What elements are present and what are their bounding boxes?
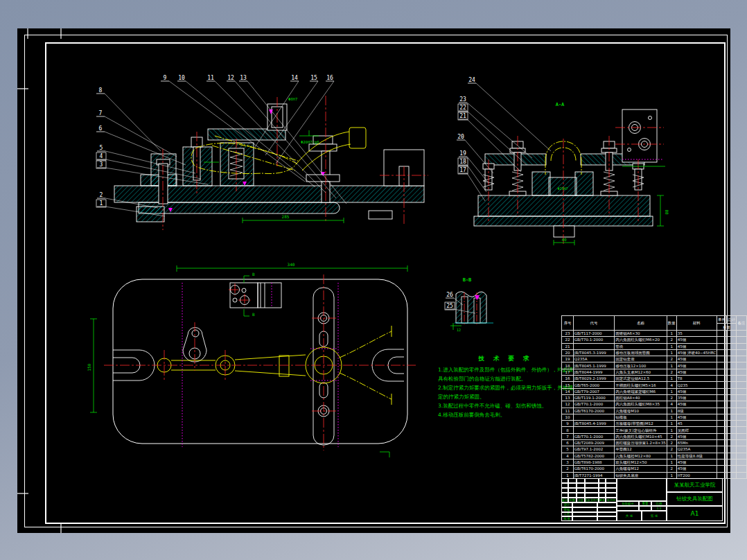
bom-header-qty: 数量 xyxy=(667,316,676,331)
section-label-detail: B-B xyxy=(463,277,472,283)
revision-cell xyxy=(606,478,617,483)
bom-cell xyxy=(727,388,737,394)
role-label: 批准 xyxy=(561,516,572,521)
bom-cell: 1 xyxy=(667,388,676,394)
bom-cell xyxy=(717,362,727,369)
revision-cell xyxy=(599,488,606,493)
bom-cell: 5 xyxy=(562,446,574,453)
bom-cell: 17 xyxy=(562,369,574,375)
sheets-total: 共 张 xyxy=(617,511,642,521)
bom-cell xyxy=(573,427,614,433)
bom-cell: 1 xyxy=(667,408,676,414)
bom-header-weight: 重量 xyxy=(717,324,737,331)
revision-cell xyxy=(585,488,599,493)
bom-cell: 1 xyxy=(667,362,676,369)
bom-cell xyxy=(737,401,747,408)
bom-cell: 六角螺母M12 xyxy=(615,466,667,472)
bom-cell xyxy=(717,421,727,427)
balloon-24: 24 xyxy=(468,77,551,151)
revision-cell xyxy=(577,488,585,493)
bom-cell: 1 xyxy=(562,472,574,478)
bom-cell xyxy=(727,343,737,349)
bom-cell xyxy=(717,376,727,382)
bom-cell: GB/T70.1-2000 xyxy=(573,433,614,439)
bom-cell xyxy=(727,414,737,420)
bom-cell xyxy=(717,414,727,420)
bom-cell xyxy=(717,440,727,446)
bom-cell: 45钢 xyxy=(676,459,717,465)
bom-cell: JB/T8029.2-1999 xyxy=(573,376,614,382)
bom-header-code: 代号 xyxy=(573,316,614,331)
revision-cell xyxy=(606,493,617,498)
svg-text:11: 11 xyxy=(207,75,214,81)
revision-cell xyxy=(568,483,577,488)
bom-cell xyxy=(737,466,747,472)
bom-cell: JB/T8045.1-1999 xyxy=(573,362,614,369)
bom-cell: 垫块 xyxy=(615,343,667,349)
bom-row: 1JB/T7271-1994钻铰夹具底座1HT200 xyxy=(562,472,747,478)
bom-cell: 工件(拨叉)定位心轴组件 xyxy=(615,427,667,433)
revision-cell xyxy=(561,493,568,498)
bom-cell: 压板螺母(带垫圈)M12 xyxy=(615,421,667,427)
dims-plan xyxy=(90,265,407,457)
bom-cell xyxy=(737,331,747,337)
revision-cell xyxy=(585,493,599,498)
dim-side-bottom: 40 xyxy=(561,237,567,242)
bom-cell: 7 xyxy=(562,433,574,439)
bom-cell: 18 xyxy=(562,362,574,369)
bom-row: 14GB/T79-2007内六角锥端紧定螺钉M6145钢 xyxy=(562,388,747,394)
bom-cell xyxy=(737,440,747,446)
bom-cell xyxy=(737,427,747,433)
svg-text:3: 3 xyxy=(100,161,103,168)
bom-cell: 2 xyxy=(667,466,676,472)
svg-text:13: 13 xyxy=(240,75,247,81)
dim-front-fit-right: Φ20H7/g6 xyxy=(301,140,319,145)
bom-cell xyxy=(717,401,727,408)
bom-cell: 内六角圆柱头螺钉M6×20 xyxy=(615,337,667,343)
cad-viewer-canvas: 285 Φ8H7 Φ20H7/g6 xyxy=(0,0,747,560)
bom-cell: GB/T70.1-2000 xyxy=(573,401,614,408)
bom-cell: 14 xyxy=(562,388,574,394)
bom-cell xyxy=(727,459,737,465)
bom-cell xyxy=(717,349,727,356)
bom-cell: 开槽圆柱头螺钉M5×16 xyxy=(615,382,667,388)
role-sign-cell xyxy=(572,512,597,517)
bom-cell: 8 xyxy=(562,427,574,433)
section-label-side: A-A xyxy=(556,102,565,107)
bom-cell: 圆柱销A8×40 xyxy=(615,394,667,401)
bom-cell xyxy=(727,356,737,362)
revision-cell xyxy=(561,488,568,493)
bom-row: 17JB/T8044-1999六角头支承M12×60245钢 xyxy=(562,369,747,375)
bom-cell: 13 xyxy=(562,394,574,401)
svg-text:1: 1 xyxy=(100,200,103,207)
bom-cell xyxy=(727,446,737,453)
bom-cell xyxy=(717,459,727,465)
bom-cell: 内六角圆柱头螺钉M8×35 xyxy=(615,401,667,408)
bom-cell: 1 xyxy=(667,459,676,465)
svg-text:17: 17 xyxy=(459,167,466,173)
revision-cell xyxy=(585,483,599,488)
bom-cell xyxy=(737,388,747,394)
bom-cell xyxy=(717,394,727,401)
bom-cell: 1 xyxy=(667,331,676,337)
bom-cell: Q235 xyxy=(676,382,717,388)
svg-text:5: 5 xyxy=(100,145,103,151)
bom-cell xyxy=(737,408,747,414)
bom-cell xyxy=(717,356,727,362)
svg-text:26: 26 xyxy=(446,292,453,298)
bom-header-name: 名称 xyxy=(615,316,667,331)
role-sign-cell xyxy=(572,507,597,512)
revision-label: 处数 xyxy=(568,498,577,502)
bom-row: 12GB/T70.1-2000内六角圆柱头螺钉M8×35445钢 xyxy=(562,401,747,408)
svg-text:16: 16 xyxy=(326,75,333,81)
revision-label: 年月日 xyxy=(606,498,617,502)
bom-cell: GB/T898-1988 xyxy=(573,459,614,465)
revision-cell xyxy=(577,483,585,488)
svg-text:21: 21 xyxy=(459,113,466,119)
tech-line-4: 定的拧紧力矩紧固。 xyxy=(438,392,573,401)
bom-cell: 2 xyxy=(667,369,676,375)
drawing-title: 钻铰夹具装配图 xyxy=(667,492,723,506)
bom-cell: 12 xyxy=(562,401,574,408)
weight-label: 重量 xyxy=(639,501,651,506)
bom-cell xyxy=(737,446,747,453)
